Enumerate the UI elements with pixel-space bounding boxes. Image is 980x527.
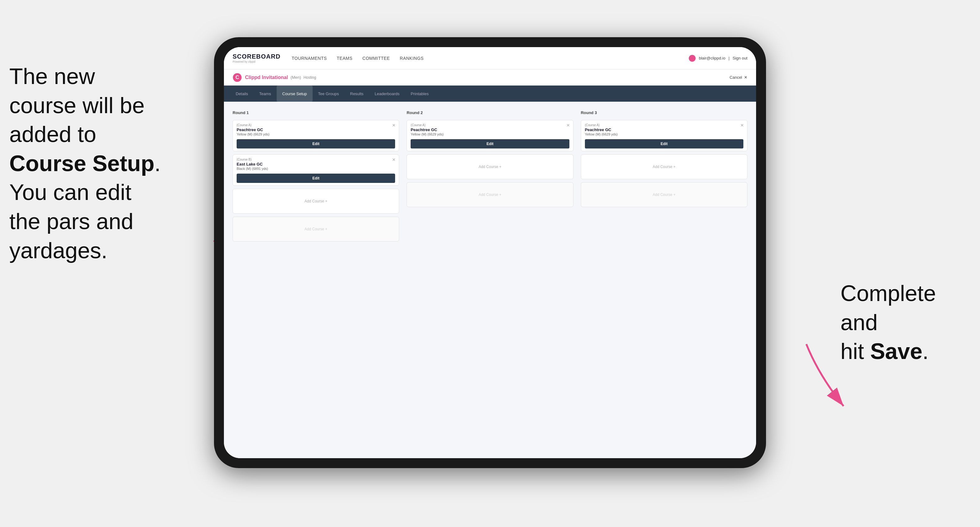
annotation-right-line1: Complete and	[840, 281, 936, 335]
tournament-bar: C Clippd Invitational (Men) Hosting Canc…	[224, 70, 756, 86]
round-1-course-b-name: East Lake GC	[237, 162, 395, 167]
annotation-line1: The new	[9, 64, 95, 89]
round-1-course-a-edit-button[interactable]: Edit	[237, 139, 395, 149]
tab-leaderboards[interactable]: Leaderboards	[369, 86, 405, 102]
round-1-add-course-disabled-label: Add Course +	[305, 227, 328, 231]
nav-committee[interactable]: COMMITTEE	[363, 56, 390, 61]
sub-nav: Details Teams Course Setup Tee Groups Re…	[224, 86, 756, 102]
round-1-add-course-label: Add Course +	[305, 199, 328, 203]
round-1-add-course-button[interactable]: Add Course +	[232, 189, 399, 214]
round-2-course-a-delete-icon[interactable]: ✕	[566, 123, 570, 128]
round-2-course-a-card: ✕ (Course A) Peachtree GC Yellow (M) (66…	[407, 120, 573, 151]
annotation-right-hit: hit	[840, 339, 870, 364]
round-3-add-course-label: Add Course +	[652, 165, 675, 169]
round-3-add-course-disabled: Add Course +	[581, 182, 748, 207]
round-1-course-a-details: Yellow (M) (6629 yds)	[237, 132, 395, 136]
round-3-course-a-delete-icon[interactable]: ✕	[740, 123, 744, 128]
tournament-division: (Men)	[291, 75, 301, 80]
round-1-course-b-card: ✕ (Course B) East Lake GC Black (M) (689…	[232, 154, 399, 186]
round-1-course-a-name: Peachtree GC	[237, 127, 395, 132]
round-2-add-course-disabled: Add Course +	[407, 182, 573, 207]
tab-results[interactable]: Results	[345, 86, 369, 102]
round-1-title: Round 1	[232, 110, 399, 115]
round-2-add-course-label: Add Course +	[479, 165, 501, 169]
round-1-course-b-details: Black (M) (6891 yds)	[237, 167, 395, 170]
tablet-frame: SCOREBOARD Powered by clippd TOURNAMENTS…	[214, 37, 766, 468]
nav-teams[interactable]: TEAMS	[337, 56, 353, 61]
cancel-button[interactable]: Cancel ✕	[730, 75, 748, 80]
nav-tournaments[interactable]: TOURNAMENTS	[291, 56, 326, 61]
tab-tee-groups[interactable]: Tee Groups	[313, 86, 345, 102]
round-3-course-a-label: (Course A)	[585, 123, 743, 127]
cancel-label: Cancel	[730, 75, 742, 80]
annotation-line5: You can edit	[9, 180, 132, 205]
round-2-course-a-details: Yellow (M) (6629 yds)	[410, 132, 569, 136]
tournament-name: Clippd Invitational	[245, 75, 288, 80]
round-2-add-course-button[interactable]: Add Course +	[407, 154, 573, 179]
tab-printables[interactable]: Printables	[405, 86, 434, 102]
logo-sub: Powered by clippd	[232, 60, 280, 63]
round-2-title: Round 2	[407, 110, 573, 115]
annotation-left: The new course will be added to Course S…	[9, 62, 183, 265]
round-3-course-a-details: Yellow (M) (6629 yds)	[585, 132, 743, 136]
nav-rankings[interactable]: RANKINGS	[400, 56, 424, 61]
annotation-line7: yardages.	[9, 238, 107, 263]
tournament-logo-icon: C	[232, 73, 242, 82]
round-1-course-a-card: ✕ (Course A) Peachtree GC Yellow (M) (66…	[232, 120, 399, 151]
logo-scoreboard: SCOREBOARD	[232, 53, 280, 60]
round-1-course-b-label: (Course B)	[237, 158, 395, 161]
nav-links: TOURNAMENTS TEAMS COMMITTEE RANKINGS	[291, 56, 689, 61]
main-content: Round 1 ✕ (Course A) Peachtree GC Yellow…	[224, 102, 756, 458]
user-avatar	[689, 55, 695, 62]
svg-text:C: C	[235, 75, 239, 80]
round-2-add-course-disabled-label: Add Course +	[479, 192, 501, 197]
user-email: blair@clippd.io	[699, 56, 725, 60]
cancel-icon: ✕	[744, 75, 748, 80]
annotation-line3: added to	[9, 122, 96, 147]
round-3-add-course-disabled-label: Add Course +	[652, 192, 675, 197]
round-1-course-a-delete-icon[interactable]: ✕	[392, 123, 396, 128]
round-1-add-course-disabled: Add Course +	[232, 217, 399, 241]
rounds-grid: Round 1 ✕ (Course A) Peachtree GC Yellow…	[232, 110, 748, 241]
round-2-course-a-name: Peachtree GC	[410, 127, 569, 132]
round-3-column: Round 3 ✕ (Course A) Peachtree GC Yellow…	[581, 110, 748, 241]
round-3-course-a-edit-button[interactable]: Edit	[585, 139, 743, 149]
tab-details[interactable]: Details	[230, 86, 254, 102]
nav-separator: |	[729, 56, 729, 60]
top-nav: SCOREBOARD Powered by clippd TOURNAMENTS…	[224, 47, 756, 70]
tab-course-setup[interactable]: Course Setup	[277, 86, 313, 102]
round-1-column: Round 1 ✕ (Course A) Peachtree GC Yellow…	[232, 110, 399, 241]
annotation-line6: the pars and	[9, 209, 134, 234]
round-3-course-a-card: ✕ (Course A) Peachtree GC Yellow (M) (66…	[581, 120, 748, 151]
round-2-column: Round 2 ✕ (Course A) Peachtree GC Yellow…	[407, 110, 573, 241]
round-2-course-a-edit-button[interactable]: Edit	[410, 139, 569, 149]
round-3-title: Round 3	[581, 110, 748, 115]
annotation-save: Save	[870, 339, 922, 364]
round-3-course-a-name: Peachtree GC	[585, 127, 743, 132]
round-1-course-b-edit-button[interactable]: Edit	[237, 174, 395, 183]
nav-right: blair@clippd.io | Sign out	[689, 55, 748, 62]
tablet-screen: SCOREBOARD Powered by clippd TOURNAMENTS…	[224, 47, 756, 458]
round-1-course-a-label: (Course A)	[237, 123, 395, 127]
round-3-add-course-button[interactable]: Add Course +	[581, 154, 748, 179]
round-1-course-b-delete-icon[interactable]: ✕	[392, 157, 396, 162]
logo-area: SCOREBOARD Powered by clippd	[232, 53, 280, 63]
tournament-status: Hosting	[304, 75, 316, 80]
annotation-right: Complete and hit Save.	[840, 279, 971, 366]
annotation-line2: course will be	[9, 93, 145, 118]
sign-out-link[interactable]: Sign out	[732, 56, 748, 60]
tab-teams[interactable]: Teams	[254, 86, 277, 102]
annotation-course-setup: Course Setup	[9, 151, 154, 176]
round-2-course-a-label: (Course A)	[410, 123, 569, 127]
